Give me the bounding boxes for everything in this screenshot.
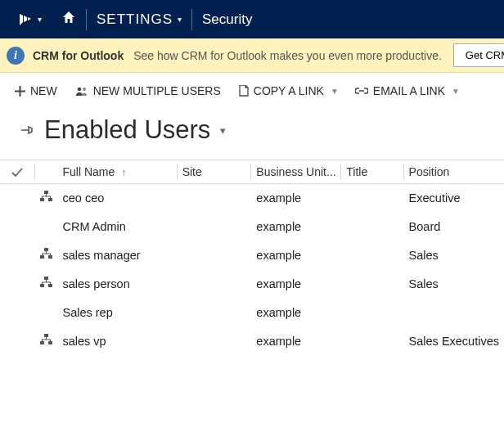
org-chart-icon — [40, 248, 52, 260]
cell-position[interactable]: Sales — [404, 241, 504, 270]
table-row[interactable]: Sales repexample — [0, 299, 504, 327]
table-row[interactable]: ceo ceoexampleExecutive — [0, 184, 504, 213]
cell-full-name[interactable]: sales person — [57, 270, 177, 299]
info-icon: i — [7, 47, 25, 65]
cell-site — [178, 213, 252, 241]
cell-business-unit[interactable]: example — [251, 241, 341, 270]
cell-position[interactable]: Executive — [404, 184, 504, 213]
svg-rect-7 — [48, 255, 52, 259]
users-icon — [75, 86, 88, 97]
cell-full-name[interactable]: Sales rep — [57, 299, 177, 327]
cell-position[interactable]: Sales — [404, 270, 504, 299]
sort-asc-icon: ↑ — [121, 167, 126, 178]
document-icon — [239, 85, 249, 97]
email-link-button[interactable]: EMAIL A LINK — [355, 84, 445, 97]
row-select-cell[interactable] — [0, 184, 35, 213]
cell-site — [178, 299, 252, 327]
column-header-business-unit[interactable]: Business Unit... — [251, 160, 341, 184]
home-icon — [61, 10, 76, 29]
svg-point-1 — [83, 88, 86, 91]
home-button[interactable] — [52, 0, 86, 38]
cell-position[interactable]: Board — [404, 213, 504, 241]
pin-icon[interactable] — [20, 123, 34, 137]
cell-business-unit[interactable]: example — [251, 299, 341, 327]
nav-security-label: Security — [202, 11, 252, 28]
nav-settings-label: SETTINGS — [97, 11, 173, 28]
nav-subarea-security[interactable]: Security — [192, 0, 262, 38]
nav-area-settings[interactable]: SETTINGS ▾ — [87, 0, 191, 38]
users-grid: Full Name ↑ Site Business Unit... Title … — [0, 160, 504, 356]
cell-position[interactable]: Sales Executives — [404, 327, 504, 356]
row-select-cell[interactable] — [0, 270, 35, 299]
table-row[interactable]: sales vpexampleSales Executives — [0, 327, 504, 356]
plus-icon — [15, 86, 25, 97]
cell-business-unit[interactable]: example — [251, 270, 341, 299]
select-all-header[interactable] — [0, 160, 35, 184]
cell-full-name[interactable]: sales manager — [57, 241, 177, 270]
column-label: Position — [409, 165, 450, 178]
column-header-site[interactable]: Site — [178, 160, 252, 184]
row-icon-cell — [35, 299, 58, 327]
svg-rect-13 — [48, 341, 52, 344]
row-icon-cell — [35, 327, 58, 356]
svg-rect-11 — [44, 334, 48, 337]
svg-rect-3 — [40, 198, 44, 201]
cell-full-name[interactable]: ceo ceo — [57, 184, 177, 213]
cell-position[interactable] — [404, 299, 504, 327]
view-selector-dropdown[interactable]: ▾ — [220, 124, 226, 137]
get-crm-outlook-button[interactable]: Get CRM for Outlook — [453, 43, 504, 67]
row-select-cell[interactable] — [0, 213, 35, 241]
org-chart-icon — [40, 334, 52, 346]
logo-menu[interactable]: ▾ — [8, 0, 52, 38]
column-header-title[interactable]: Title — [341, 160, 403, 184]
row-icon-cell — [35, 270, 58, 299]
cell-title — [341, 184, 403, 213]
table-row[interactable]: sales managerexampleSales — [0, 241, 504, 270]
copy-link-dropdown[interactable]: ▼ — [331, 87, 339, 96]
new-multiple-label: NEW MULTIPLE USERS — [93, 84, 221, 97]
row-icon-cell — [35, 241, 58, 270]
column-label: Business Unit... — [256, 165, 335, 178]
cell-full-name[interactable]: sales vp — [57, 327, 177, 356]
column-label: Site — [182, 165, 202, 178]
cell-full-name[interactable]: CRM Admin — [57, 213, 177, 241]
row-select-cell[interactable] — [0, 299, 35, 327]
column-label: Full Name — [62, 165, 115, 178]
org-chart-icon — [40, 191, 52, 203]
table-row[interactable]: CRM AdminexampleBoard — [0, 213, 504, 241]
svg-point-0 — [77, 87, 81, 91]
cell-title — [341, 241, 403, 270]
cell-site — [178, 327, 252, 356]
new-multiple-users-button[interactable]: NEW MULTIPLE USERS — [75, 84, 221, 97]
cell-business-unit[interactable]: example — [251, 327, 341, 356]
dynamics-logo-icon — [18, 12, 33, 27]
table-row[interactable]: sales personexampleSales — [0, 270, 504, 299]
column-header-fullname[interactable]: Full Name ↑ — [57, 160, 177, 184]
email-link-label: EMAIL A LINK — [373, 84, 445, 97]
cell-site — [178, 184, 252, 213]
cell-site — [178, 270, 252, 299]
copy-link-button[interactable]: COPY A LINK — [239, 84, 324, 97]
column-label: Title — [346, 165, 367, 178]
column-header-position[interactable]: Position — [404, 160, 504, 184]
svg-rect-12 — [40, 341, 44, 344]
view-header: Enabled Users ▾ — [0, 104, 504, 160]
view-title: Enabled Users — [44, 115, 210, 145]
svg-rect-8 — [44, 277, 48, 280]
cell-site — [178, 241, 252, 270]
banner-title: CRM for Outlook — [33, 49, 124, 62]
checkmark-icon — [5, 167, 30, 178]
svg-rect-9 — [40, 284, 44, 287]
banner-text: See how CRM for Outlook makes you even m… — [133, 49, 442, 62]
command-bar: NEW NEW MULTIPLE USERS COPY A LINK ▼ EMA… — [0, 73, 504, 104]
email-link-dropdown[interactable]: ▼ — [452, 87, 460, 96]
row-icon-cell — [35, 184, 58, 213]
row-select-cell[interactable] — [0, 241, 35, 270]
row-select-cell[interactable] — [0, 327, 35, 356]
svg-rect-5 — [44, 248, 48, 251]
svg-rect-6 — [40, 255, 44, 259]
new-button[interactable]: NEW — [15, 84, 57, 97]
cell-business-unit[interactable]: example — [251, 213, 341, 241]
chevron-down-icon: ▾ — [38, 15, 42, 24]
cell-business-unit[interactable]: example — [251, 184, 341, 213]
